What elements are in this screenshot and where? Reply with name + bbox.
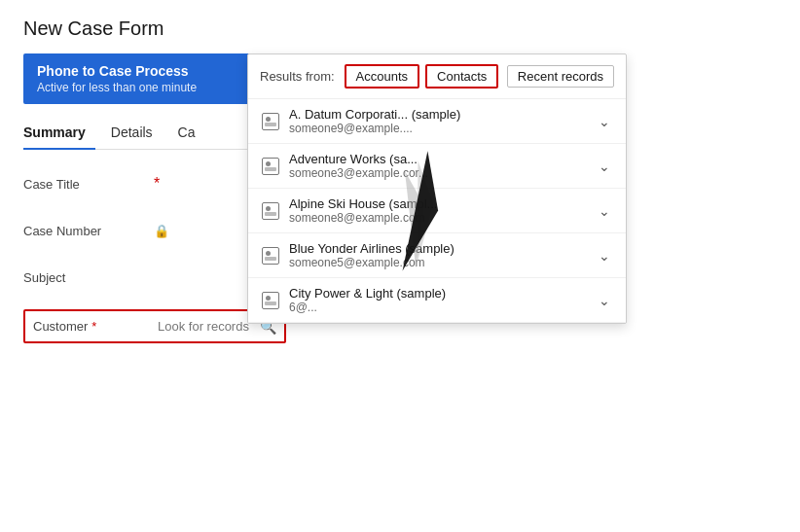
dropdown-header: Results from: Accounts Contacts Recent r… [248, 54, 626, 99]
item-email-1: someone3@example.cor... [289, 166, 595, 180]
item-info-1: Adventure Works (sa... someone3@example.… [289, 152, 595, 180]
expand-chevron-2[interactable]: ⌄ [595, 203, 614, 219]
process-title: Phone to Case Process [37, 63, 263, 79]
item-name-1: Adventure Works (sa... [289, 152, 595, 166]
list-item[interactable]: Adventure Works (sa... someone3@example.… [248, 144, 626, 189]
label-case-title: Case Title [23, 177, 150, 192]
item-email-2: someone8@example.com [289, 211, 595, 225]
tab-details[interactable]: Details [111, 119, 163, 150]
item-email-3: someone5@example.com [289, 256, 595, 269]
field-subject: Subject [23, 263, 276, 292]
required-star-customer: * [91, 319, 96, 334]
list-item[interactable]: City Power & Light (sample) 6@... ⌄ [248, 278, 626, 323]
lock-icon-case-number: 🔒 [154, 224, 169, 238]
item-name-0: A. Datum Corporati... (sample) [289, 107, 595, 122]
account-icon-2 [260, 200, 281, 222]
label-case-number: Case Number [23, 224, 150, 238]
expand-chevron-1[interactable]: ⌄ [595, 159, 614, 174]
filter-btn-accounts[interactable]: Accounts [345, 64, 419, 89]
list-item[interactable]: Alpine Ski House (sampl... someone8@exam… [248, 189, 626, 233]
item-email-4: 6@... [289, 301, 595, 314]
item-name-3: Blue Yonder Airlines (sample) [289, 241, 595, 256]
customer-label-cell: Customer* [25, 313, 152, 339]
dropdown-list: A. Datum Corporati... (sample) someone9@… [248, 99, 626, 323]
label-customer: Customer [33, 319, 88, 334]
tabs-row: Summary Details Ca [23, 118, 276, 150]
account-icon-3 [260, 245, 281, 266]
recent-records-button[interactable]: Recent records [507, 65, 614, 88]
page-wrapper: New Case Form Phone to Case Process Acti… [0, 0, 800, 532]
list-item[interactable]: Blue Yonder Airlines (sample) someone5@e… [248, 233, 626, 278]
expand-chevron-4[interactable]: ⌄ [595, 293, 614, 308]
expand-chevron-0[interactable]: ⌄ [595, 114, 614, 129]
account-icon-4 [260, 290, 281, 311]
item-info-0: A. Datum Corporati... (sample) someone9@… [289, 107, 595, 135]
content-area: Phone to Case Process Active for less th… [23, 53, 777, 519]
required-star-case-title: * [154, 175, 160, 193]
field-case-number: Case Number 🔒 [23, 216, 276, 245]
process-subtitle: Active for less than one minute [37, 81, 263, 94]
expand-chevron-3[interactable]: ⌄ [595, 248, 614, 264]
tab-ca[interactable]: Ca [178, 119, 205, 150]
item-email-0: someone9@example.... [289, 122, 595, 135]
label-subject: Subject [23, 270, 150, 285]
page-title: New Case Form [23, 18, 777, 40]
field-case-title: Case Title * [23, 169, 276, 198]
account-icon-0 [260, 111, 281, 132]
item-info-3: Blue Yonder Airlines (sample) someone5@e… [289, 241, 595, 269]
filter-btn-contacts[interactable]: Contacts [425, 64, 498, 89]
item-name-4: City Power & Light (sample) [289, 286, 595, 301]
results-from-label: Results from: [260, 69, 335, 84]
list-item[interactable]: A. Datum Corporati... (sample) someone9@… [248, 99, 626, 144]
account-icon-1 [260, 156, 281, 177]
item-info-4: City Power & Light (sample) 6@... [289, 286, 595, 314]
process-bar: Phone to Case Process Active for less th… [23, 53, 276, 104]
search-dropdown-panel: Results from: Accounts Contacts Recent r… [247, 53, 627, 324]
item-info-2: Alpine Ski House (sampl... someone8@exam… [289, 196, 595, 225]
item-name-2: Alpine Ski House (sampl... [289, 196, 595, 211]
tab-summary[interactable]: Summary [23, 119, 95, 150]
